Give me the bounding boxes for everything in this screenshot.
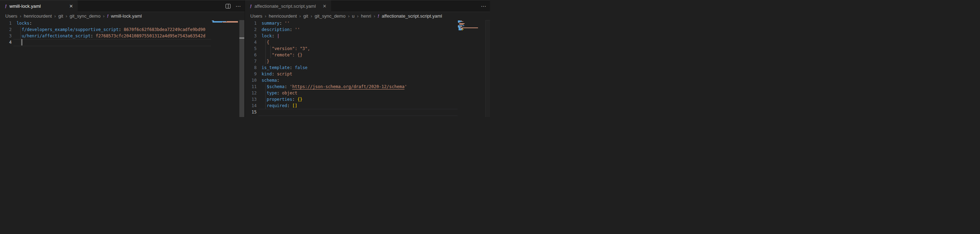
yaml-file-icon: !: [107, 13, 108, 19]
code-token: is_template: [262, 65, 290, 70]
code-line[interactable]: 1locks:: [0, 20, 211, 27]
breadcrumb: Users›henricourdent›git›git_sync_demo›u›…: [245, 12, 490, 20]
code-line[interactable]: 3 u/henri/affectionate_script: f2768573c…: [0, 33, 211, 39]
minimap-line: [212, 22, 239, 22]
code-line[interactable]: 2 f/developers_example/supportive_script…: [0, 27, 211, 33]
tab-label: wmill-lock.yaml: [10, 3, 41, 9]
minimap[interactable]: [458, 21, 485, 31]
code-line[interactable]: 4: [0, 39, 211, 46]
more-actions-icon[interactable]: ⋯: [235, 3, 241, 9]
line-number: 3: [0, 33, 12, 39]
code-token: 8670f6c62f683bdea72249cadfe9bd90: [124, 27, 205, 32]
code-token: [93, 33, 95, 38]
code-link[interactable]: https://json-schema.org/draft/2020-12/sc…: [292, 84, 404, 89]
code-line[interactable]: 7 }: [245, 58, 458, 65]
code-token: [17, 33, 22, 38]
code-token: :: [290, 65, 292, 70]
code-token: locks: [17, 21, 29, 26]
code-line[interactable]: 5 "version": "3",: [245, 46, 458, 52]
code-token: [280, 90, 282, 95]
editor-right[interactable]: 1summary: ''2description: ''3lock: |4 {5…: [245, 20, 490, 117]
indent-guide: [21, 39, 21, 46]
line-number: 2: [245, 27, 257, 33]
yaml-file-icon: !: [378, 13, 379, 19]
line-number: 10: [245, 77, 257, 84]
close-tab-icon[interactable]: ✕: [68, 3, 74, 9]
code-line[interactable]: 12 type: object: [245, 90, 458, 96]
code-token: [292, 65, 295, 70]
breadcrumb-chevron-icon: ›: [265, 13, 266, 19]
code-token: lock: [262, 33, 272, 38]
code-token: '': [295, 27, 300, 32]
breadcrumb-segment[interactable]: git: [303, 13, 308, 19]
code-line[interactable]: 15: [245, 109, 458, 115]
code-token: :: [280, 21, 282, 26]
code-token: :: [290, 27, 292, 32]
code-line[interactable]: 13 properties: {}: [245, 96, 458, 103]
code-token: [290, 103, 292, 108]
yaml-file-icon: !: [5, 3, 7, 9]
breadcrumb-segment[interactable]: Users: [250, 13, 262, 19]
breadcrumb-segment[interactable]: git: [58, 13, 63, 19]
code-line[interactable]: 8is_template: false: [245, 65, 458, 71]
breadcrumb-segment[interactable]: git_sync_demo: [315, 13, 345, 19]
code-token: :: [292, 97, 295, 102]
breadcrumb-segment[interactable]: henricourdent: [24, 13, 52, 19]
indent-guide: [266, 46, 266, 52]
code-line[interactable]: 11 $schema: 'https://json-schema.org/dra…: [245, 84, 458, 90]
line-number: 4: [245, 39, 257, 46]
code-token: :: [91, 33, 93, 38]
minimap-line: [458, 30, 485, 31]
line-number: 14: [245, 103, 257, 109]
breadcrumb-file[interactable]: affectionate_script.script.yaml: [382, 13, 442, 19]
code-token: "version": "3",: [272, 46, 310, 51]
tab-wmill-lock-yaml[interactable]: ! wmill-lock.yaml ✕: [0, 0, 78, 12]
tab-affectionate-script-yaml[interactable]: ! affectionate_script.script.yaml ✕: [245, 0, 331, 12]
breadcrumb-file[interactable]: wmill-lock.yaml: [111, 13, 142, 19]
code-token: [262, 84, 267, 89]
indent-guide: [266, 90, 266, 96]
breadcrumb-chevron-icon: ›: [299, 13, 301, 19]
code-line[interactable]: 3lock: |: [245, 33, 458, 39]
code-line[interactable]: 14 required: []: [245, 103, 458, 109]
minimap[interactable]: [212, 21, 239, 23]
code-token: ': [404, 84, 407, 89]
code-token: script: [277, 71, 292, 76]
split-editor-icon[interactable]: [226, 4, 231, 8]
code-token: |: [277, 33, 279, 38]
code-line[interactable]: 1summary: '': [245, 20, 458, 27]
code-line[interactable]: 9kind: script: [245, 71, 458, 77]
breadcrumb-segment[interactable]: henri: [361, 13, 371, 19]
minimap-line: [212, 22, 239, 23]
code-token: required: [267, 103, 287, 108]
tab-bar-right: ! affectionate_script.script.yaml ✕ ⋯: [245, 0, 490, 12]
code-area: 1locks:2 f/developers_example/supportive…: [0, 20, 211, 117]
text-cursor: [22, 39, 22, 46]
code-token: schema: [262, 78, 277, 83]
line-number: 5: [245, 46, 257, 52]
vertical-scrollbar[interactable]: [239, 20, 244, 117]
code-line[interactable]: 6 "remote": {}: [245, 52, 458, 58]
vscode-editor-area: ! wmill-lock.yaml ✕ ⋯ Users›henricourden…: [0, 0, 490, 117]
breadcrumb-segment[interactable]: henricourdent: [269, 13, 297, 19]
breadcrumb-chevron-icon: ›: [374, 13, 375, 19]
editor-left[interactable]: 1locks:2 f/developers_example/supportive…: [0, 20, 245, 117]
breadcrumb: Users›henricourdent›git›git_sync_demo›!w…: [0, 12, 245, 20]
close-tab-icon[interactable]: ✕: [321, 3, 328, 9]
editor-group-right: ! affectionate_script.script.yaml ✕ ⋯ Us…: [245, 0, 490, 117]
code-token: object: [282, 90, 297, 95]
breadcrumb-chevron-icon: ›: [54, 13, 56, 19]
indent-guide: [270, 46, 271, 52]
code-line[interactable]: 2description: '': [245, 27, 458, 33]
code-token: [17, 27, 22, 32]
breadcrumb-segment[interactable]: git_sync_demo: [70, 13, 100, 19]
code-line[interactable]: 10schema:: [245, 77, 458, 84]
tab-actions-right: ⋯: [481, 0, 487, 12]
breadcrumb-segment[interactable]: Users: [5, 13, 17, 19]
code-line[interactable]: 4 {: [245, 39, 458, 46]
more-actions-icon[interactable]: ⋯: [481, 3, 487, 9]
breadcrumb-segment[interactable]: u: [352, 13, 355, 19]
code-token: :: [277, 78, 279, 83]
vertical-scrollbar[interactable]: [485, 20, 490, 117]
code-token: false: [295, 65, 307, 70]
